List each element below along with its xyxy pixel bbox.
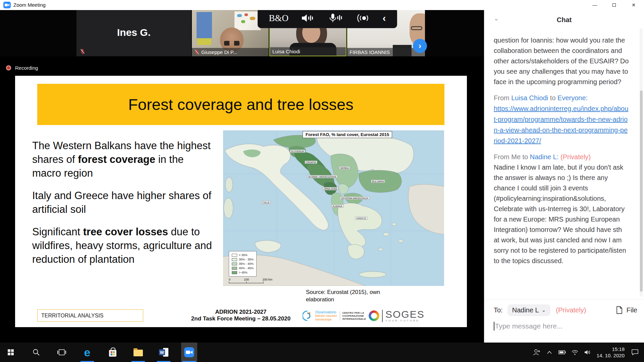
battery-icon	[558, 350, 566, 354]
broadcast-icon[interactable]	[355, 12, 370, 24]
country-label: CRNA GORA	[322, 187, 338, 190]
country-label: GREECE	[355, 217, 367, 220]
maximize-button[interactable]	[604, 0, 624, 10]
zoom-icon	[184, 347, 194, 357]
wall-map	[234, 11, 261, 30]
next-participants-button[interactable]: ›	[413, 39, 427, 53]
participant-name: Ines G.	[76, 27, 191, 38]
osservatorio-logo-text: Osservatorio balcani caucaso transeuropa	[315, 310, 337, 321]
legend-row: 35% - 40%	[232, 262, 254, 265]
clock-date: 14. 10. 2020	[597, 352, 625, 359]
country-label: ITALIA	[262, 201, 271, 204]
tray-overflow-button[interactable]	[546, 343, 553, 362]
recipient-dropdown[interactable]: Nadine L ⌄	[507, 304, 551, 316]
legend-row: 30% - 35%	[232, 258, 254, 261]
speaker-volume-icon[interactable]	[301, 12, 316, 24]
start-button[interactable]	[3, 343, 19, 362]
slide-footer-logos: Osservatorio balcani caucaso transeuropa…	[303, 307, 444, 324]
chat-message-meta: From Me to Nadine L: (Privately)	[494, 152, 629, 162]
chat-header: ⌄ Chat	[484, 10, 644, 28]
message-input[interactable]: Type message here...	[494, 320, 635, 332]
search-button[interactable]	[28, 343, 44, 362]
country-label: SEVERNA MAKEDONIJA	[340, 197, 369, 200]
video-strip: Ines G.	[0, 10, 484, 56]
task-view-button[interactable]	[54, 343, 70, 362]
word-icon: W	[159, 348, 168, 357]
recipient-name: Nadine L	[512, 306, 539, 314]
legend-row: < 30%	[232, 253, 254, 257]
taskbar-zoom[interactable]	[181, 343, 197, 362]
map-legend: < 30%30% - 35%35% - 40%40% - 45%> 45%	[229, 251, 257, 277]
speaker-icon	[584, 350, 591, 355]
recording-indicator: Recording	[6, 65, 38, 71]
clock-time: 15:18	[597, 346, 625, 352]
glasses	[224, 41, 239, 46]
chat-footer: To: Nadine L ⌄ (Privately) File Type mes…	[484, 299, 644, 343]
taskbar-word[interactable]: W	[156, 343, 172, 362]
wifi-icon	[572, 350, 578, 355]
action-center-button[interactable]	[630, 343, 640, 362]
minimize-button[interactable]: —	[585, 0, 604, 10]
slide-paragraph: Italy and Greece have higher shares of a…	[32, 189, 213, 216]
participant-label: FIRBAS IOANNIS	[347, 48, 425, 56]
text-caret	[494, 322, 494, 330]
file-label: File	[627, 306, 637, 314]
country-label: SERBIA	[339, 167, 350, 170]
taskbar-store[interactable]	[105, 343, 121, 362]
chat-link[interactable]: https://www.adrioninterreg.eu/index.php/…	[494, 103, 629, 146]
chat-scrollbar-thumb[interactable]	[640, 90, 643, 292]
chevron-down-icon: ⌄	[542, 308, 546, 312]
battery-tray-button[interactable]	[558, 343, 566, 362]
collapse-toolbar-icon[interactable]: ‹	[382, 13, 386, 23]
to-label: To:	[494, 306, 503, 314]
maximize-icon	[612, 3, 616, 7]
chat-message: From Me to Nadine L: (Privately) Nadine …	[494, 152, 629, 266]
edge-icon: e	[84, 347, 91, 357]
network-tray-button[interactable]	[571, 343, 579, 362]
input-placeholder: Type message here...	[495, 322, 563, 330]
slide-paragraph: Significant tree cover losses due to wil…	[32, 225, 213, 266]
map-source-note: Source: Eurostat (2015), own elaboration	[306, 289, 380, 303]
minimize-icon: —	[592, 2, 597, 8]
participant-name: Giuseppe Di P...	[201, 49, 237, 55]
taskbar-clock[interactable]: 15:18 14. 10. 2020	[597, 346, 625, 359]
microphone-level-icon[interactable]	[328, 12, 343, 24]
slide-title-banner: Forest coverage and tree losses	[37, 84, 444, 125]
legend-row: 40% - 45%	[232, 266, 254, 270]
taskbar-file-explorer[interactable]	[130, 343, 146, 362]
taskbar-edge[interactable]: e	[79, 343, 95, 362]
file-explorer-icon	[133, 350, 143, 356]
close-button[interactable]: ✕	[624, 0, 643, 10]
legend-row: > 45%	[232, 271, 254, 274]
chat-message: From Luisa Chiodi to Everyone: https://w…	[494, 93, 629, 146]
participant-label: Luisa Chiodi	[270, 47, 346, 56]
chat-scrollbar[interactable]	[640, 28, 643, 297]
participant-name: Luisa Chiodi	[272, 49, 300, 54]
participant-tile-ines[interactable]: Ines G.	[76, 10, 191, 56]
recording-label: Recording	[15, 65, 38, 71]
map-scale-bar: 0 100 200 km	[229, 278, 279, 283]
window-title: Zoom Meeting	[13, 2, 46, 8]
people-tray-button[interactable]	[533, 343, 540, 362]
chat-panel: ⌄ Chat question for Ioannis: how would y…	[484, 10, 644, 343]
chevron-up-icon	[547, 351, 552, 354]
slide: Forest coverage and tree losses The West…	[15, 76, 467, 327]
slide-body-text: The Western Balkans have the highest sha…	[32, 139, 213, 275]
privately-label: (Privately)	[556, 306, 586, 314]
search-icon	[32, 348, 40, 356]
participant-tile-giuseppe[interactable]: Giuseppe Di P...	[192, 10, 269, 56]
slide-footer-meeting-info: ADRION 2021-2027 2nd Task Force Meeting …	[174, 309, 308, 322]
slide-paragraph: The Western Balkans have the highest sha…	[32, 139, 213, 180]
slide-title: Forest coverage and tree losses	[128, 95, 353, 114]
recording-dot-icon	[6, 65, 11, 70]
volume-tray-button[interactable]	[584, 343, 591, 362]
country-label: CROATIA	[305, 161, 317, 164]
file-icon	[616, 306, 623, 314]
osservatorio-logo-icon	[303, 310, 313, 321]
chat-message: question for Ioannis: how would you rate…	[494, 35, 629, 87]
country-label: ALBANIA	[331, 205, 343, 208]
muted-mic-icon	[80, 49, 85, 55]
bang-olufsen-logo: B&O	[269, 13, 289, 23]
country-label: SLOVENIJA	[290, 150, 305, 153]
file-button[interactable]: File	[616, 306, 637, 314]
